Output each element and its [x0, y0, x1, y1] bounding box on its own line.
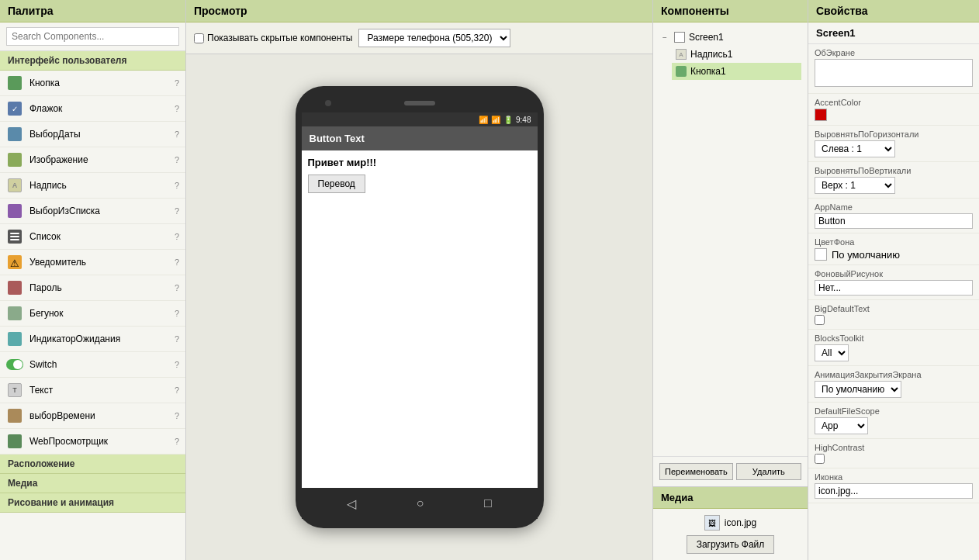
- palette-item-timepicker[interactable]: выборВремени ?: [0, 403, 185, 429]
- tree-item-button1[interactable]: Кнопка1: [672, 63, 801, 80]
- palette-item-notifier[interactable]: ⚠ Уведомитель ?: [0, 250, 185, 275]
- palette-item-slider[interactable]: Бегунок ?: [0, 301, 185, 327]
- prop-close-anim-select[interactable]: По умолчанию: [815, 381, 901, 398]
- palette-section-media: Медиа: [0, 474, 185, 493]
- home-nav-icon[interactable]: ○: [417, 496, 424, 510]
- palette-item-label[interactable]: A Надпись ?: [0, 173, 185, 199]
- webviewer-icon: [6, 433, 23, 450]
- palette-list: Интерфейс пользователя Кнопка ? ✓ Флажок…: [0, 51, 185, 560]
- phone-camera: [325, 100, 331, 106]
- phone-status-bar: 📶 📶 🔋 9:48: [302, 112, 538, 126]
- rename-button[interactable]: Переименовать: [659, 463, 733, 480]
- prop-high-contrast-checkbox[interactable]: [815, 454, 825, 464]
- button-icon: [6, 74, 23, 92]
- wifi-icon: 📶: [479, 116, 488, 124]
- prop-big-text: BigDefaultText: [808, 300, 979, 330]
- preview-toolbar: Показывать скрытые компоненты Размере те…: [186, 22, 652, 54]
- prop-high-contrast: HighContrast: [808, 439, 979, 468]
- prop-align-h-select[interactable]: Слева : 1 По центру : 2: [815, 140, 895, 157]
- palette-section-layout: Расположение: [0, 455, 185, 474]
- palette-item-button[interactable]: Кнопка ?: [0, 71, 185, 96]
- accent-color-swatch[interactable]: [815, 109, 827, 121]
- media-section: Медиа 🖼 icon.jpg Загрузить Файл: [653, 486, 808, 560]
- prop-bg-image-input[interactable]: [815, 280, 973, 296]
- list-icon: [6, 228, 23, 245]
- palette-item-datepicker[interactable]: ВыборДаты ?: [0, 122, 185, 147]
- show-hidden-label[interactable]: Показывать скрытые компоненты: [194, 33, 352, 43]
- prop-close-anim: АнимацияЗакрытияЭкрана По умолчанию: [808, 366, 979, 403]
- palette-item-text[interactable]: T Текст ?: [0, 378, 185, 403]
- prop-icon: Иконка: [808, 468, 979, 503]
- palette-item-webviewer[interactable]: WebПросмотрщик ?: [0, 429, 185, 455]
- palette-header: Палитра: [0, 0, 185, 22]
- tree-label-button1: Кнопка1: [690, 66, 726, 77]
- media-item-icon[interactable]: 🖼 icon.jpg: [704, 515, 756, 531]
- properties-component-title: Screen1: [808, 22, 979, 44]
- show-hidden-checkbox[interactable]: [194, 33, 204, 43]
- slider-icon: [6, 305, 23, 322]
- palette-item-progress[interactable]: ИндикаторОжидания ?: [0, 327, 185, 352]
- preview-content: 📶 📶 🔋 9:48 Button Text Привет мир!!! Пер…: [186, 54, 652, 560]
- prop-icon-input[interactable]: [815, 483, 973, 499]
- listpicker-icon: [6, 202, 23, 220]
- palette-item-image[interactable]: Изображение ?: [0, 147, 185, 173]
- phone-screen-content: Привет мир!!! Перевод: [302, 150, 538, 488]
- palette-section-drawing: Рисование и анимация: [0, 493, 185, 513]
- preview-title: Просмотр: [194, 5, 247, 17]
- prop-blocks-select[interactable]: All: [815, 344, 849, 361]
- components-title: Компоненты: [661, 5, 729, 17]
- prop-big-text-checkbox[interactable]: [815, 315, 825, 325]
- tree-item-screen1[interactable]: − Screen1: [659, 29, 801, 46]
- palette-item-listpicker[interactable]: ВыборИзСписка ?: [0, 199, 185, 224]
- palette-item-list[interactable]: Список ?: [0, 224, 185, 250]
- checkbox-icon: ✓: [6, 100, 23, 117]
- prop-align-h: ВыровнятьПоГоризонтали Слева : 1 По цент…: [808, 126, 979, 162]
- recent-nav-icon[interactable]: □: [484, 496, 492, 510]
- components-tree: − Screen1 A Надпись1 Кнопка1: [653, 22, 808, 456]
- switch-icon: [6, 356, 23, 373]
- password-icon: [6, 279, 23, 296]
- prop-appname: AppName: [808, 199, 979, 233]
- back-nav-icon[interactable]: ◁: [347, 496, 356, 511]
- tree-item-label1[interactable]: A Надпись1: [672, 46, 801, 63]
- tree-collapse-screen1[interactable]: −: [662, 33, 672, 42]
- prop-bg-image: ФоновыйРисунок: [808, 265, 979, 300]
- media-header: Медиа: [653, 487, 808, 509]
- prop-bgcolor: ЦветФона По умолчанию: [808, 233, 979, 265]
- status-time: 9:48: [516, 116, 531, 124]
- phone-speaker: [404, 101, 435, 105]
- phone-bottom-bar: ◁ ○ □: [302, 488, 538, 519]
- prop-appname-input[interactable]: [815, 213, 973, 229]
- prop-align-v-select[interactable]: Верх : 1 По центру : 2: [815, 177, 895, 194]
- bgcolor-swatch[interactable]: [815, 248, 827, 261]
- delete-button[interactable]: Удалить: [736, 463, 801, 480]
- timepicker-icon: [6, 407, 23, 424]
- phone-button[interactable]: Перевод: [308, 175, 365, 193]
- phone-top-bar: [302, 95, 538, 111]
- prop-about-screen: ОбЭкране: [808, 44, 979, 94]
- phone-screen: 📶 📶 🔋 9:48 Button Text Привет мир!!! Пер…: [302, 112, 538, 488]
- palette-section-ui: Интерфейс пользователя: [0, 51, 185, 71]
- label-tree-icon: A: [675, 48, 687, 60]
- upload-button[interactable]: Загрузить Файл: [687, 535, 775, 554]
- palette-title: Палитра: [8, 5, 54, 17]
- battery-icon: 🔋: [503, 116, 513, 124]
- label-icon: A: [6, 177, 23, 194]
- properties-panel: Свойства Screen1 ОбЭкране AccentColor Вы…: [808, 0, 979, 560]
- device-select[interactable]: Размере телефона (505,320)Планшет (600,4…: [358, 29, 510, 47]
- progress-icon: [6, 330, 23, 347]
- media-file-icon: 🖼: [704, 515, 720, 531]
- prop-align-v: ВыровнятьПоВертикали Верх : 1 По центру …: [808, 162, 979, 199]
- palette-panel: Палитра Интерфейс пользователя Кнопка ? …: [0, 0, 186, 560]
- tree-label-label1: Надпись1: [690, 49, 732, 60]
- components-panel: Компоненты − Screen1 A Надпись1 Кнопка1 …: [653, 0, 808, 560]
- prop-file-scope-select[interactable]: App Shared: [815, 417, 868, 434]
- prop-about-input[interactable]: [815, 59, 973, 87]
- palette-item-password[interactable]: Пароль ?: [0, 275, 185, 301]
- search-input[interactable]: [6, 27, 179, 46]
- components-footer: Переименовать Удалить: [653, 456, 808, 486]
- prop-blocks-toolkit: BlocksToolkit All: [808, 330, 979, 366]
- phone-mockup: 📶 📶 🔋 9:48 Button Text Привет мир!!! Пер…: [296, 86, 544, 528]
- palette-item-switch[interactable]: Switch ?: [0, 352, 185, 378]
- palette-item-checkbox[interactable]: ✓ Флажок ?: [0, 96, 185, 122]
